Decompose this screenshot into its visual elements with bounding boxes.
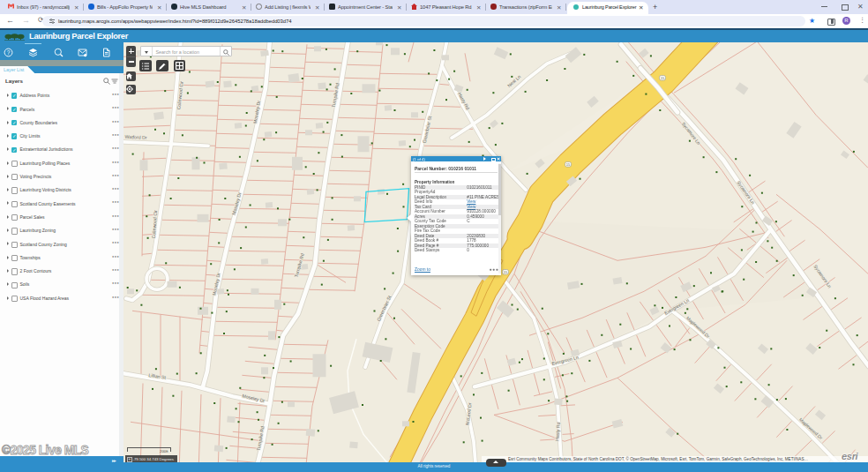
svg-text:15: 15	[504, 270, 508, 274]
svg-text:15: 15	[566, 162, 571, 167]
svg-text:Watford Dr: Watford Dr	[125, 134, 147, 140]
svg-text:15: 15	[661, 76, 665, 80]
svg-text:?: ?	[7, 49, 11, 55]
